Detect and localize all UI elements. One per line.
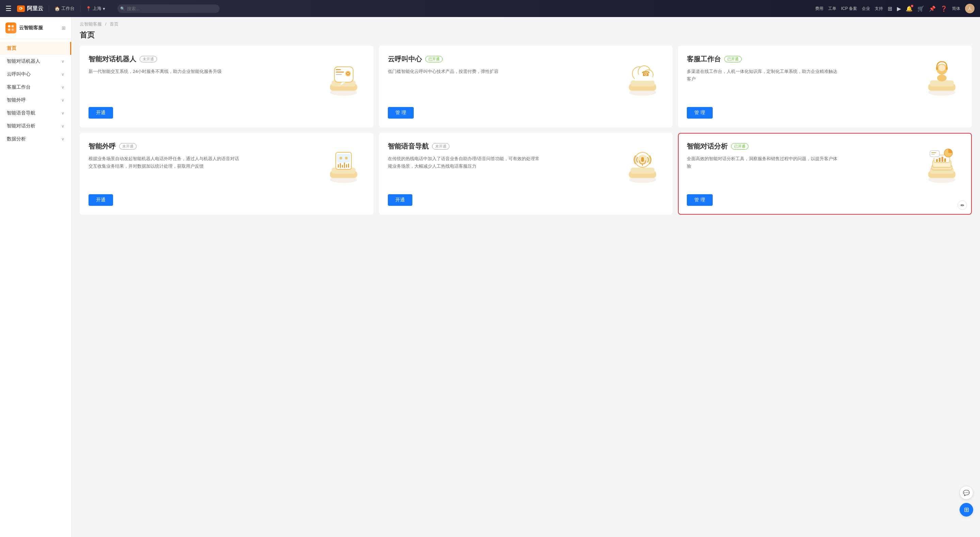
svg-rect-42 xyxy=(346,164,347,167)
sidebar-title: 云智能客服 xyxy=(19,25,43,31)
sidebar-item-label: 首页 xyxy=(7,45,16,51)
float-buttons: 💬 ⊞ xyxy=(959,486,973,516)
card-callcenter-btn[interactable]: 管 理 xyxy=(388,107,414,119)
card-outbound-btn[interactable]: 开通 xyxy=(89,194,113,206)
nav-divider2 xyxy=(80,5,80,12)
cart-icon[interactable]: 🛒 xyxy=(917,5,924,12)
video-icon[interactable]: ▶ xyxy=(897,5,901,12)
svg-rect-59 xyxy=(942,157,943,162)
sidebar-item-home[interactable]: 首页 xyxy=(0,42,71,55)
edit-icon-btn[interactable]: ✏ xyxy=(958,200,967,210)
svg-rect-46 xyxy=(631,167,654,174)
svg-rect-40 xyxy=(342,165,343,167)
workbench-nav[interactable]: 🏠 工作台 xyxy=(54,5,75,11)
card-ivr-illustration xyxy=(619,140,667,188)
card-callcenter-btn-wrap: 管 理 xyxy=(388,107,664,119)
sidebar-item-label: 智能外呼 xyxy=(7,97,26,103)
svg-rect-29 xyxy=(946,67,948,70)
card-robot-title: 智能对话机器人 xyxy=(89,54,136,64)
sidebar-item-label: 数据分析 xyxy=(7,136,26,142)
ticket-nav[interactable]: 工单 xyxy=(828,6,836,11)
card-workbench-btn-wrap: 管 理 xyxy=(687,107,963,119)
sidebar-grid-icon[interactable]: ⊞ xyxy=(62,25,66,31)
svg-rect-1 xyxy=(11,25,14,28)
sidebar-item-label: 客服工作台 xyxy=(7,84,31,90)
location2-icon[interactable]: 📌 xyxy=(929,5,936,12)
sidebar-item-callcenter[interactable]: 云呼叫中心 ∨ xyxy=(0,68,71,81)
card-robot-badge: 未开通 xyxy=(140,56,157,62)
card-callcenter-desc: 低门槛智能化云呼叫中心技术产品，按需付费，弹性扩容 xyxy=(388,68,540,100)
search-input[interactable] xyxy=(118,5,220,13)
sidebar: 云智能客服 ⊞ 首页 智能对话机器人 ∨ 云呼叫中心 ∨ 客服工作台 ∨ 智能外… xyxy=(0,17,72,537)
svg-rect-39 xyxy=(340,163,341,168)
sidebar-item-robot[interactable]: 智能对话机器人 ∨ xyxy=(0,55,71,68)
location-icon: 📍 xyxy=(86,6,91,11)
svg-rect-60 xyxy=(944,158,946,162)
card-robot-btn-wrap: 开通 xyxy=(89,107,365,119)
svg-rect-64 xyxy=(931,152,936,153)
breadcrumb-link[interactable]: 云智能客服 xyxy=(80,21,102,27)
card-outbound-desc: 根据业务场景自动发起智能机器人电话外呼任务，通过人与机器人的语音对话交互收集业务… xyxy=(89,155,240,187)
support-nav[interactable]: 支持 xyxy=(875,6,883,11)
location-nav[interactable]: 📍 上海 ▾ xyxy=(86,5,105,11)
svg-rect-57 xyxy=(936,159,938,162)
bell-icon[interactable]: 🔔 xyxy=(906,5,913,12)
sidebar-logo xyxy=(5,22,16,33)
card-analysis: 智能对话分析 已开通 全面高效的智能对话分析工具，洞察服务和销售过程中的问题，以… xyxy=(678,133,972,215)
svg-point-14 xyxy=(347,73,349,74)
card-analysis-title: 智能对话分析 xyxy=(687,142,728,151)
edit-icon: ✏ xyxy=(961,203,964,208)
svg-rect-17 xyxy=(631,80,654,86)
float-grid-btn[interactable]: ⊞ xyxy=(959,503,973,516)
sidebar-item-analysis[interactable]: 智能对话分析 ∨ xyxy=(0,120,71,132)
cards-grid: 智能对话机器人 未开通 新一代智能交互系统，24小时服务不离线，助力企业智能化服… xyxy=(72,46,980,223)
logo-text: 阿里云 xyxy=(27,5,43,12)
card-callcenter-title: 云呼叫中心 xyxy=(388,54,422,64)
chat-float-icon: 💬 xyxy=(963,490,970,496)
chevron-right-icon: ∨ xyxy=(61,59,64,64)
card-workbench-btn[interactable]: 管 理 xyxy=(687,107,713,119)
sidebar-item-outbound[interactable]: 智能外呼 ∨ xyxy=(0,94,71,107)
apps-icon[interactable]: ⊞ xyxy=(888,5,892,12)
sidebar-header: 云智能客服 ⊞ xyxy=(0,17,71,39)
svg-rect-10 xyxy=(336,74,342,75)
card-ivr-btn[interactable]: 开通 xyxy=(388,194,412,206)
lang-switch[interactable]: 简体 xyxy=(952,6,960,11)
logo[interactable]: ⟳ 阿里云 xyxy=(17,5,43,12)
sidebar-item-workbench[interactable]: 客服工作台 ∨ xyxy=(0,81,71,94)
chevron-right-icon: ∨ xyxy=(61,72,64,76)
grid-float-icon: ⊞ xyxy=(964,506,969,513)
float-chat-btn[interactable]: 💬 xyxy=(959,486,973,500)
hamburger-icon[interactable]: ☰ xyxy=(5,5,11,13)
svg-point-36 xyxy=(339,157,342,159)
breadcrumb-separator: / xyxy=(105,21,107,27)
svg-rect-28 xyxy=(936,67,938,70)
svg-point-27 xyxy=(939,64,945,71)
chevron-right-icon: ∨ xyxy=(61,124,64,129)
card-workbench-desc: 多渠道在线工作台，人机一体化知识库，定制化工单系统，助力企业精准触达客户 xyxy=(687,68,839,100)
card-outbound-illustration xyxy=(320,140,368,188)
card-callcenter: 云呼叫中心 已开通 低门槛智能化云呼叫中心技术产品，按需付费，弹性扩容 管 理 xyxy=(379,46,673,127)
help-icon[interactable]: ❓ xyxy=(940,5,947,12)
icp-nav[interactable]: ICP 备案 xyxy=(841,6,857,11)
card-ivr-desc: 在传统的热线电话中加入了语音业务自助办理/语音问答功能，可有效的处理常规业务场景… xyxy=(388,155,540,187)
chevron-right-icon: ∨ xyxy=(61,85,64,89)
breadcrumb-current: 首页 xyxy=(110,21,118,27)
card-ivr: 智能语音导航 未开通 在传统的热线电话中加入了语音业务自助办理/语音问答功能，可… xyxy=(379,133,673,215)
card-robot-btn[interactable]: 开通 xyxy=(89,107,113,119)
cost-nav[interactable]: 费用 xyxy=(815,6,823,11)
avatar[interactable]: 人 xyxy=(965,4,975,13)
sidebar-item-dataanalysis[interactable]: 数据分析 ∨ xyxy=(0,132,71,145)
card-analysis-illustration xyxy=(918,140,966,188)
svg-rect-35 xyxy=(337,154,350,163)
breadcrumb: 云智能客服 / 首页 xyxy=(72,17,980,29)
sidebar-item-ivr[interactable]: 智能语音导航 ∨ xyxy=(0,107,71,120)
enterprise-nav[interactable]: 企业 xyxy=(862,6,870,11)
card-callcenter-illustration: ☎ xyxy=(619,53,667,101)
chevron-right-icon: ∨ xyxy=(61,111,64,116)
nav-divider xyxy=(49,5,49,12)
card-analysis-btn[interactable]: 管 理 xyxy=(687,194,713,206)
svg-rect-58 xyxy=(939,158,940,162)
svg-rect-62 xyxy=(930,151,939,157)
svg-rect-3 xyxy=(11,29,14,31)
